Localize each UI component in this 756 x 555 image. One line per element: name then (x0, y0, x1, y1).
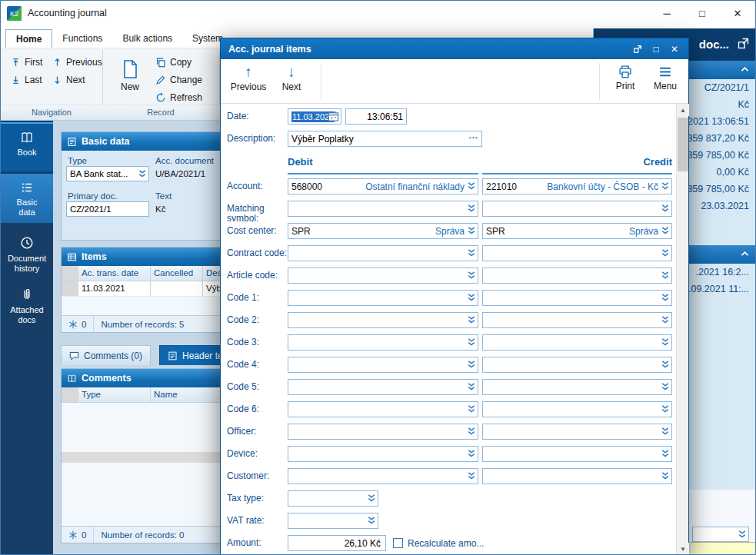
code-3-debit-field[interactable] (288, 334, 478, 351)
dropdown-icon[interactable] (467, 337, 476, 347)
dropdown-icon[interactable] (661, 427, 670, 436)
popout-icon[interactable] (737, 37, 750, 50)
dropdown-icon[interactable] (661, 204, 670, 213)
code-3-credit-field[interactable] (482, 334, 672, 351)
menu-button[interactable]: Menu (645, 65, 685, 91)
dropdown-icon[interactable] (467, 226, 476, 235)
comments-col-type[interactable]: Type (78, 387, 151, 402)
dock-icon[interactable] (630, 42, 645, 56)
article-code-credit-field[interactable] (482, 268, 672, 284)
code-6-debit-field[interactable] (288, 401, 478, 417)
previous-button[interactable]: Previous (50, 55, 105, 70)
dropdown-icon[interactable] (661, 181, 670, 191)
dropdown-icon[interactable] (467, 449, 476, 458)
minimize-icon[interactable]: ─ (649, 1, 684, 25)
print-button[interactable]: Print (605, 65, 645, 91)
primary-doc-field[interactable]: CZ/2021/1 (66, 201, 149, 217)
code-1-debit-field[interactable] (288, 290, 478, 306)
dropdown-icon[interactable] (661, 293, 670, 302)
dropdown-icon[interactable] (661, 315, 670, 324)
tab-home[interactable]: Home (5, 29, 52, 48)
vat-rate-narrow-field[interactable] (288, 513, 378, 529)
dropdown-icon[interactable] (467, 181, 476, 191)
dropdown-icon[interactable] (661, 360, 670, 369)
maximize-icon[interactable]: □ (648, 42, 664, 56)
cost-center-debit-field[interactable]: SPRSpráva (288, 223, 478, 239)
contract-code-debit-field[interactable] (288, 245, 478, 261)
last-button[interactable]: Last (8, 72, 45, 88)
device-credit-field[interactable] (482, 446, 672, 462)
dropdown-icon[interactable] (661, 404, 670, 414)
dropdown-icon[interactable] (661, 226, 670, 235)
tab-bulk-actions[interactable]: Bulk actions (112, 29, 182, 48)
contract-code-credit-field[interactable] (482, 245, 672, 261)
dropdown-icon[interactable] (467, 382, 476, 391)
dropdown-icon[interactable] (661, 248, 670, 258)
customer-debit-field[interactable] (288, 468, 478, 484)
change-button[interactable]: Change (153, 72, 205, 88)
dropdown-icon[interactable] (661, 449, 670, 458)
dropdown-icon[interactable] (738, 530, 747, 539)
description-field[interactable]: Výběr Poplatky ⋯ (288, 131, 482, 147)
dialog-previous-button[interactable]: ↑ Previous (228, 65, 268, 92)
account-debit-field[interactable]: 568000Ostatní finanční náklady (288, 178, 478, 194)
items-col-cancelled[interactable]: Cancelled (151, 266, 203, 281)
matching-symbol-credit-field[interactable] (482, 201, 672, 217)
code-4-credit-field[interactable] (482, 357, 672, 373)
dialog-titlebar[interactable]: Acc. journal items □ ✕ (221, 38, 688, 59)
dropdown-icon[interactable] (661, 471, 670, 480)
sidebar-item-attached-docs[interactable]: Attached docs (1, 280, 53, 329)
right-panel-dropdown[interactable] (692, 527, 749, 542)
collapse-chevron-icon[interactable] (740, 249, 750, 259)
row-selector-cell[interactable] (62, 281, 78, 296)
article-code-debit-field[interactable] (288, 268, 478, 284)
code-1-credit-field[interactable] (482, 290, 672, 306)
tab-comments[interactable]: Comments (0) (61, 345, 151, 365)
recalculate-checkbox[interactable] (393, 538, 403, 548)
dropdown-icon[interactable] (467, 248, 476, 258)
dropdown-icon[interactable] (467, 427, 476, 436)
time-field[interactable]: 13:06:51 (345, 108, 407, 125)
officer-credit-field[interactable] (482, 424, 672, 440)
maximize-icon[interactable]: □ (684, 1, 720, 25)
account-credit-field[interactable]: 221010Bankovní účty - ČSOB - Kč (482, 178, 672, 194)
sidebar-item-book[interactable]: Book (1, 122, 53, 171)
code-6-credit-field[interactable] (482, 401, 672, 417)
dropdown-icon[interactable] (467, 293, 476, 302)
code-2-debit-field[interactable] (288, 312, 478, 328)
close-icon[interactable]: ✕ (720, 1, 755, 25)
dropdown-icon[interactable] (467, 271, 476, 280)
sidebar-item-document-history[interactable]: Document history (1, 228, 53, 279)
dropdown-icon[interactable] (367, 494, 376, 503)
dropdown-icon[interactable] (467, 471, 476, 480)
vertical-scrollbar[interactable]: ▲ ▼ (676, 104, 688, 555)
code-2-credit-field[interactable] (482, 312, 672, 328)
officer-debit-field[interactable] (288, 424, 478, 440)
scroll-up-arrow[interactable]: ▲ (677, 104, 689, 116)
calendar-icon[interactable] (328, 111, 339, 122)
close-icon[interactable]: ✕ (667, 42, 682, 56)
matching-symbol-debit-field[interactable] (288, 201, 478, 217)
dropdown-icon[interactable] (661, 382, 670, 391)
code-4-debit-field[interactable] (288, 357, 478, 373)
sidebar-item-basic-data[interactable]: Basic data (1, 174, 53, 223)
ellipsis-button[interactable]: ⋯ (468, 132, 478, 143)
refresh-button[interactable]: Refresh (153, 90, 205, 105)
dropdown-icon[interactable] (467, 204, 476, 213)
copy-button[interactable]: Copy (153, 55, 194, 70)
items-col-date[interactable]: Ac. trans. date (78, 266, 151, 281)
scrollbar-thumb[interactable] (678, 118, 688, 171)
scroll-down-arrow[interactable]: ▼ (677, 543, 689, 555)
dropdown-icon[interactable] (467, 404, 476, 414)
dropdown-icon[interactable] (367, 516, 376, 525)
type-field[interactable]: BA Bank stat... (66, 166, 149, 181)
dropdown-icon[interactable] (661, 337, 670, 347)
date-field[interactable]: 11.03.2021 (288, 108, 341, 125)
collapse-chevron-icon[interactable] (740, 65, 750, 75)
tax-type-narrow-field[interactable] (288, 490, 378, 507)
amount-field[interactable]: 26,10 Kč (288, 535, 386, 551)
dropdown-icon[interactable] (467, 315, 476, 324)
cost-center-credit-field[interactable]: SPRSpráva (482, 223, 672, 239)
next-button[interactable]: Next (50, 72, 88, 88)
code-5-credit-field[interactable] (482, 379, 672, 395)
